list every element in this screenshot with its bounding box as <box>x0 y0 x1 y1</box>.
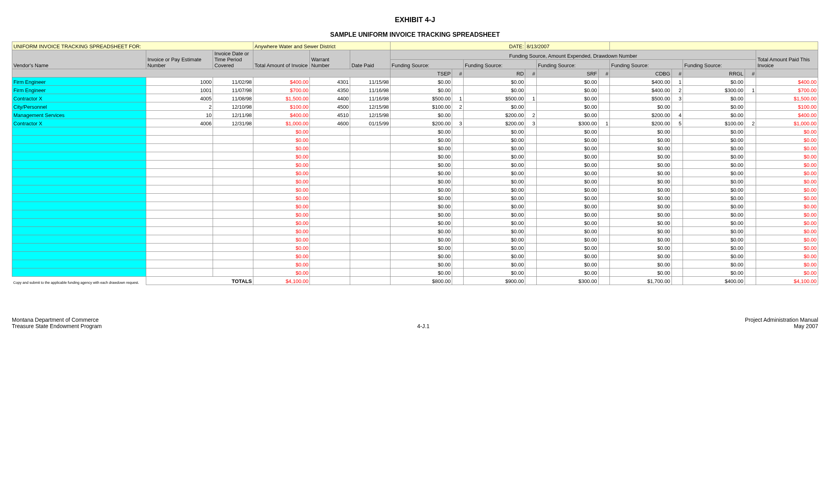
cell <box>452 244 464 252</box>
cell: $0.00 <box>253 227 310 235</box>
cell <box>598 127 610 136</box>
col-vendor: Vendor's Name <box>12 50 146 69</box>
cell <box>525 102 537 111</box>
cell <box>525 160 537 169</box>
cell: 1 <box>598 119 610 127</box>
cell <box>672 136 683 144</box>
cell <box>672 210 683 219</box>
cell <box>12 260 146 268</box>
cell: $0.00 <box>253 127 310 136</box>
cell <box>598 235 610 244</box>
cell <box>745 244 756 252</box>
cell: 2 <box>146 102 213 111</box>
cell <box>672 219 683 227</box>
cell <box>310 252 350 260</box>
cell <box>213 136 253 144</box>
cell <box>350 185 390 194</box>
cell <box>310 127 350 136</box>
cell <box>12 210 146 219</box>
cell: $0.00 <box>756 235 818 244</box>
cell <box>745 177 756 185</box>
cell: $0.00 <box>683 260 745 268</box>
table-row: $0.00$0.00$0.00$0.00$0.00$0.00$0.00 <box>12 194 818 202</box>
cell: $0.00 <box>253 260 310 268</box>
cell: $0.00 <box>390 260 452 268</box>
fs-label-1: Funding Source: <box>390 60 463 69</box>
cell: $0.00 <box>253 210 310 219</box>
cell <box>213 235 253 244</box>
cell <box>146 219 213 227</box>
cell: 4 <box>672 111 683 119</box>
cell <box>525 260 537 268</box>
cell <box>598 185 610 194</box>
cell <box>745 210 756 219</box>
cell: $0.00 <box>253 244 310 252</box>
cell <box>12 169 146 177</box>
cell: $0.00 <box>463 185 525 194</box>
cell <box>745 127 756 136</box>
cell: 11/15/98 <box>350 77 390 86</box>
cell <box>213 260 253 268</box>
cell <box>745 185 756 194</box>
cell <box>350 252 390 260</box>
cell <box>310 235 350 244</box>
hash: # <box>672 69 683 77</box>
cell <box>213 152 253 160</box>
subtitle: SAMPLE UNIFORM INVOICE TRACKING SPREADSH… <box>12 31 818 38</box>
cell: $0.00 <box>683 94 745 102</box>
cell: $0.00 <box>390 152 452 160</box>
cell: $500.00 <box>390 94 452 102</box>
cell <box>350 127 390 136</box>
cell <box>310 260 350 268</box>
cell: $0.00 <box>463 227 525 235</box>
cell <box>672 102 683 111</box>
cell: $0.00 <box>610 152 672 160</box>
cell: $0.00 <box>463 127 525 136</box>
cell <box>146 202 213 210</box>
cell <box>745 260 756 268</box>
cell: $200.00 <box>610 111 672 119</box>
cell <box>598 152 610 160</box>
cell <box>745 202 756 210</box>
cell <box>310 194 350 202</box>
cell: $0.00 <box>390 86 452 94</box>
cell: $0.00 <box>610 219 672 227</box>
cell <box>350 169 390 177</box>
table-row: $0.00$0.00$0.00$0.00$0.00$0.00$0.00 <box>12 244 818 252</box>
cell: $200.00 <box>610 119 672 127</box>
cell: $0.00 <box>253 152 310 160</box>
cell: $0.00 <box>463 136 525 144</box>
cell <box>213 210 253 219</box>
cell <box>745 160 756 169</box>
cell <box>146 144 213 152</box>
cell <box>452 252 464 260</box>
cell: 5 <box>672 119 683 127</box>
cell <box>146 152 213 160</box>
hash: # <box>452 69 464 77</box>
cell <box>12 136 146 144</box>
totals-cdbg: $1,700.00 <box>610 277 672 285</box>
cell <box>12 219 146 227</box>
cell <box>672 260 683 268</box>
cell: $0.00 <box>537 227 598 235</box>
cell <box>12 244 146 252</box>
cell: $0.00 <box>610 160 672 169</box>
cell: 12/10/98 <box>213 102 253 111</box>
cell: $0.00 <box>683 210 745 219</box>
table-row: $0.00$0.00$0.00$0.00$0.00$0.00$0.00 <box>12 227 818 235</box>
hash: # <box>598 69 610 77</box>
cell: $0.00 <box>756 136 818 144</box>
cell: $0.00 <box>253 202 310 210</box>
cell <box>310 244 350 252</box>
totals-tsep: $800.00 <box>390 277 452 285</box>
cell <box>146 268 213 277</box>
cell: $0.00 <box>253 219 310 227</box>
cell: $0.00 <box>683 160 745 169</box>
cell: $1,500.00 <box>253 94 310 102</box>
cell <box>310 202 350 210</box>
col-total: Total Amount of Invoice <box>253 50 310 69</box>
cell <box>146 177 213 185</box>
cell: 4006 <box>146 119 213 127</box>
cell <box>12 202 146 210</box>
cell: $0.00 <box>756 210 818 219</box>
